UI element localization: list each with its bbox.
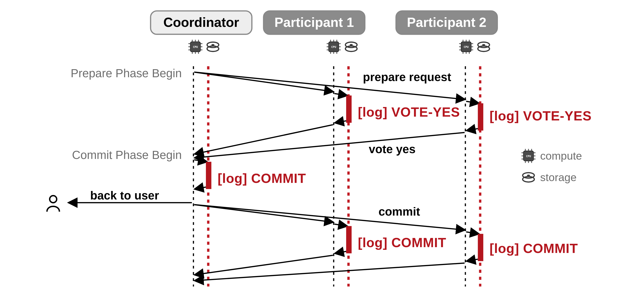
- user-icon: [47, 196, 60, 211]
- commit-label: commit: [378, 205, 420, 218]
- prepare-phase-label: Prepare Phase Begin: [71, 67, 182, 80]
- p2-storage-vote-bar: [478, 103, 483, 131]
- coord-storage-commit-bar: [206, 162, 211, 189]
- cpu-icon: [327, 40, 341, 54]
- log-commit-p2: [log] COMMIT: [490, 241, 578, 256]
- role-participant1: Participant 1: [264, 11, 365, 34]
- storage-icon: [345, 42, 357, 52]
- legend-storage-label: storage: [540, 171, 577, 183]
- storage-icon: [523, 173, 534, 182]
- role-participant2-label: Participant 2: [407, 15, 486, 30]
- p2-storage-commit-bar: [478, 234, 483, 261]
- p2-to-storage-vote: [466, 101, 479, 103]
- storage-icon: [478, 42, 490, 52]
- p2-to-storage-commit: [466, 232, 479, 234]
- coord-storage-return-commit: [195, 187, 206, 189]
- vote-yes-arrow-p1: [195, 125, 333, 154]
- legend-compute-label: compute: [540, 150, 582, 162]
- role-coordinator-label: Coordinator: [163, 15, 239, 30]
- p2-storage-return-commit: [467, 259, 478, 261]
- commit-arrow-p2: [194, 205, 464, 230]
- log-commit-coord: [log] COMMIT: [218, 171, 306, 186]
- p1-storage-vote-bar: [346, 96, 352, 123]
- storage-icon: [207, 42, 218, 52]
- p1-storage-return-vote: [335, 121, 346, 123]
- prepare-request-label: prepare request: [363, 71, 451, 84]
- commit-arrow-p1: [194, 205, 333, 222]
- prepare-arrow-p1: [194, 72, 333, 92]
- back-to-user-label: back to user: [90, 189, 159, 202]
- ack-arrow-p2: [195, 263, 464, 280]
- vote-yes-label: vote yes: [369, 143, 416, 156]
- two-phase-commit-diagram: CPU Coordinator Participant 1 Participan…: [0, 0, 644, 304]
- log-vote-yes-p2: [log] VOTE-YES: [490, 108, 592, 123]
- cpu-icon: [188, 40, 202, 54]
- role-participant2: Participant 2: [396, 11, 498, 34]
- role-participant1-label: Participant 1: [274, 15, 354, 30]
- p1-to-storage-vote: [334, 94, 347, 96]
- ack-arrow-p1: [195, 255, 333, 275]
- p2-storage-return-vote: [467, 129, 478, 131]
- coord-to-storage-commit: [194, 160, 207, 162]
- role-coordinator: Coordinator: [150, 11, 252, 34]
- legend: compute storage: [522, 149, 582, 183]
- log-vote-yes-p1: [log] VOTE-YES: [358, 105, 460, 120]
- p1-storage-commit-bar: [346, 226, 352, 253]
- cpu-icon: [459, 40, 473, 54]
- log-commit-p1: [log] COMMIT: [358, 235, 446, 250]
- p1-storage-return-commit: [335, 251, 346, 253]
- p1-to-storage-commit: [334, 224, 347, 226]
- cpu-icon: [522, 149, 536, 163]
- commit-phase-label: Commit Phase Begin: [72, 148, 182, 161]
